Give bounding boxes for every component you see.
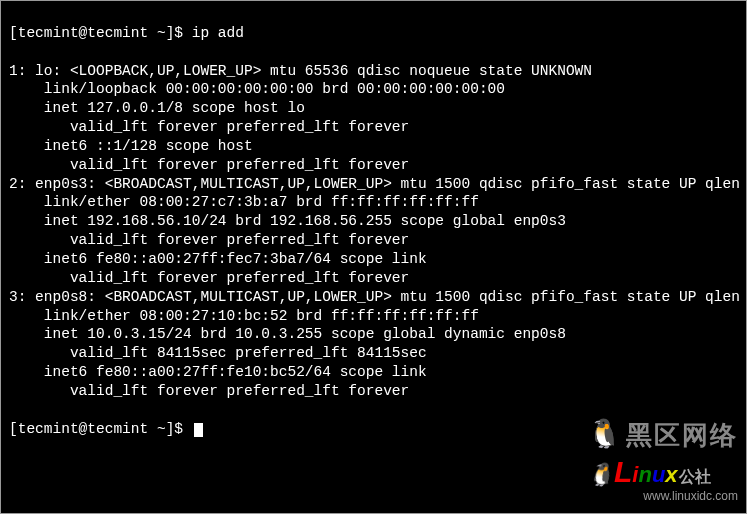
output-line: valid_lft forever preferred_lft forever [9,231,738,250]
terminal-session[interactable]: [tecmint@tecmint ~]$ ip add 1: lo: <LOOP… [9,5,738,457]
shell-prompt: [tecmint@tecmint ~]$ [9,25,192,41]
output-line: 3: enp0s8: <BROADCAST,MULTICAST,UP,LOWER… [9,288,738,307]
output-line: 2: enp0s3: <BROADCAST,MULTICAST,UP,LOWER… [9,175,738,194]
tux-penguin-icon: 🐧 [587,464,614,486]
output-line: link/ether 08:00:27:10:bc:52 brd ff:ff:f… [9,307,738,326]
output-line: inet6 ::1/128 scope host [9,137,738,156]
output-line: valid_lft forever preferred_lft forever [9,118,738,137]
logo-letter: u [652,461,665,490]
shell-prompt: [tecmint@tecmint ~]$ [9,421,192,437]
output-line: inet 127.0.0.1/8 scope host lo [9,99,738,118]
output-line: inet 10.0.3.15/24 brd 10.0.3.255 scope g… [9,325,738,344]
logo-gongshe: 公社 [679,467,711,488]
output-line: valid_lft 84115sec preferred_lft 84115se… [9,344,738,363]
cursor-icon [194,423,203,437]
watermark: 🐧 黑区网络 🐧 L i n u x 公社 www.linuxidc.com [587,419,738,505]
output-line: inet6 fe80::a00:27ff:fe10:bc52/64 scope … [9,363,738,382]
watermark-url: www.linuxidc.com [587,489,738,505]
logo-letter: x [665,461,677,490]
command-text: ip add [192,25,244,41]
tux-penguin-icon: 🐧 [587,422,622,450]
watermark-chinese-text: 黑区网络 [626,419,738,453]
watermark-linux-logo: 🐧 L i n u x 公社 [587,452,738,491]
output-line: valid_lft forever preferred_lft forever [9,269,738,288]
output-line: inet 192.168.56.10/24 brd 192.168.56.255… [9,212,738,231]
output-line: 1: lo: <LOOPBACK,UP,LOWER_UP> mtu 65536 … [9,62,738,81]
output-line: valid_lft forever preferred_lft forever [9,156,738,175]
output-line: valid_lft forever preferred_lft forever [9,382,738,401]
command-output: 1: lo: <LOOPBACK,UP,LOWER_UP> mtu 65536 … [9,62,738,401]
output-line: inet6 fe80::a00:27ff:fec7:3ba7/64 scope … [9,250,738,269]
logo-letter: n [638,461,651,490]
output-line: link/loopback 00:00:00:00:00:00 brd 00:0… [9,80,738,99]
output-line: link/ether 08:00:27:c7:3b:a7 brd ff:ff:f… [9,193,738,212]
watermark-top-row: 🐧 黑区网络 [587,419,738,453]
logo-letter: L [614,452,632,491]
